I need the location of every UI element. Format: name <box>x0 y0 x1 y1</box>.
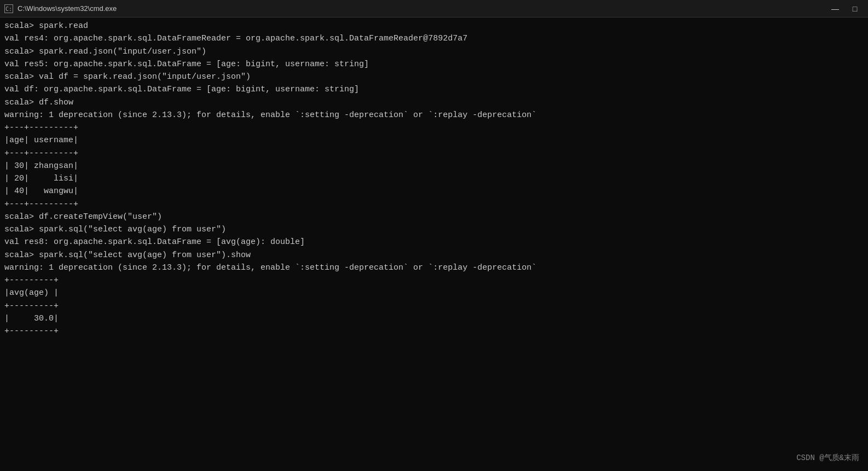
console-line: +---------+ <box>4 274 864 287</box>
console-line: | 30.0| <box>4 312 864 325</box>
cmd-window: C: C:\Windows\system32\cmd.exe — □ scala… <box>0 0 868 471</box>
console-line: warning: 1 deprecation (since 2.13.3); f… <box>4 109 864 121</box>
console-line: warning: 1 deprecation (since 2.13.3); f… <box>4 261 864 274</box>
console-line: val res5: org.apache.spark.sql.DataFrame… <box>4 58 864 71</box>
console-line: +---+---------+ <box>4 198 864 211</box>
console-line: | 40| wangwu| <box>4 185 864 197</box>
console-line: val res8: org.apache.spark.sql.DataFrame… <box>4 236 864 248</box>
console-line: scala> df.show <box>4 96 864 109</box>
window-title: C:\Windows\system32\cmd.exe <box>18 4 117 13</box>
console-line: scala> spark.read <box>4 20 864 32</box>
console-line: |age| username| <box>4 134 864 147</box>
console-line: | 20| lisi| <box>4 172 864 185</box>
minimize-button[interactable]: — <box>826 2 844 15</box>
console-line: scala> spark.sql("select avg(age) from u… <box>4 249 864 261</box>
console-line: +---+---------+ <box>4 121 864 134</box>
console-output: scala> spark.readval res4: org.apache.sp… <box>4 20 864 338</box>
console-body[interactable]: scala> spark.readval res4: org.apache.sp… <box>0 18 868 471</box>
console-line: |avg(age) | <box>4 287 864 299</box>
console-line: val df: org.apache.spark.sql.DataFrame =… <box>4 83 864 96</box>
console-line: +---------+ <box>4 300 864 312</box>
cmd-icon: C: <box>4 4 13 13</box>
console-line: +---+---------+ <box>4 147 864 160</box>
console-line: | 30| zhangsan| <box>4 160 864 172</box>
console-line: +---------+ <box>4 325 864 338</box>
console-line: scala> val df = spark.read.json("input/u… <box>4 71 864 83</box>
title-bar-left: C: C:\Windows\system32\cmd.exe <box>4 4 117 13</box>
console-line: scala> df.createTempView("user") <box>4 211 864 223</box>
watermark: CSDN @气质&末雨 <box>796 452 859 464</box>
console-line: scala> spark.sql("select avg(age) from u… <box>4 223 864 236</box>
svg-text:C:: C: <box>5 6 12 12</box>
title-bar: C: C:\Windows\system32\cmd.exe — □ <box>0 0 868 18</box>
console-line: scala> spark.read.json("input/user.json"… <box>4 45 864 58</box>
maximize-button[interactable]: □ <box>846 2 864 15</box>
title-bar-controls: — □ <box>826 2 864 15</box>
console-line: val res4: org.apache.spark.sql.DataFrame… <box>4 32 864 45</box>
